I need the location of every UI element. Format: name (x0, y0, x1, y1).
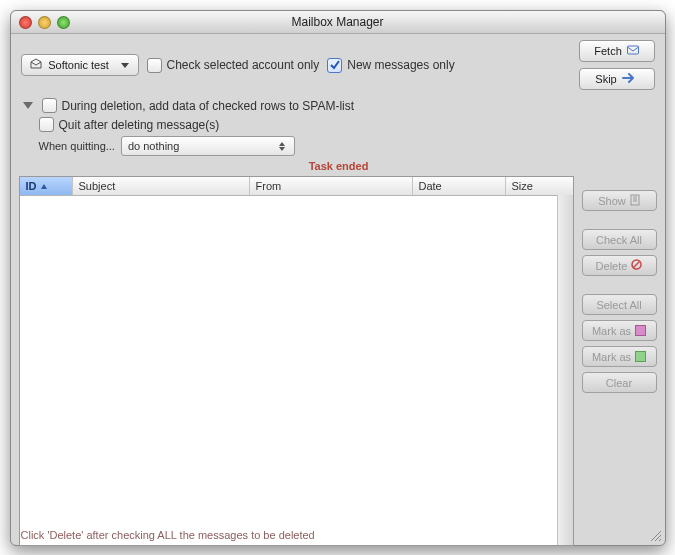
column-label: ID (26, 180, 37, 192)
message-table[interactable]: ID Subject From Date Size (19, 176, 574, 546)
check-all-button[interactable]: Check All (582, 229, 657, 250)
checkbox-box (42, 98, 57, 113)
select-all-button[interactable]: Select All (582, 294, 657, 315)
button-label: Mark as (592, 325, 631, 337)
arrow-right-icon (622, 73, 638, 85)
delete-button[interactable]: Delete (582, 255, 657, 276)
column-label: Subject (79, 180, 116, 192)
body: ID Subject From Date Size Sh (11, 176, 665, 555)
checkbox-label: New messages only (347, 58, 454, 72)
mailbox-icon (30, 58, 42, 72)
svg-rect-0 (627, 46, 638, 54)
select-value: do nothing (128, 140, 179, 152)
button-label: Delete (596, 260, 628, 272)
column-header-id[interactable]: ID (20, 177, 73, 195)
flag-green-icon (635, 351, 646, 362)
skip-button[interactable]: Skip (579, 68, 655, 90)
column-label: Size (512, 180, 533, 192)
flag-pink-icon (635, 325, 646, 336)
check-selected-only-checkbox[interactable]: Check selected account only (147, 58, 320, 73)
button-label: Skip (595, 73, 616, 85)
button-label: Select All (596, 299, 641, 311)
new-messages-only-checkbox[interactable]: New messages only (327, 58, 454, 73)
options-row-2: Quit after deleting message(s) (39, 117, 655, 132)
action-sidebar: Show Check All Delete Select All Mark as (582, 176, 657, 546)
button-label: Fetch (594, 45, 622, 57)
resize-handle-icon[interactable] (648, 528, 662, 542)
envelope-icon (627, 44, 639, 58)
button-label: Clear (606, 377, 632, 389)
fetch-button[interactable]: Fetch (579, 40, 655, 62)
account-select[interactable]: Softonic test (21, 54, 139, 76)
disclosure-triangle-icon[interactable] (23, 102, 33, 109)
checkbox-box (39, 117, 54, 132)
vertical-scrollbar[interactable] (557, 195, 573, 545)
svg-line-6 (633, 261, 640, 268)
sort-asc-icon (41, 184, 47, 189)
clear-button[interactable]: Clear (582, 372, 657, 393)
checkbox-label: During deletion, add data of checked row… (62, 99, 355, 113)
when-quitting-label: When quitting... (39, 140, 115, 152)
checkbox-label: Quit after deleting message(s) (59, 118, 220, 132)
button-label: Show (598, 195, 626, 207)
window-title: Mailbox Manager (11, 15, 665, 29)
document-icon (630, 194, 640, 208)
toolbar: Softonic test Check selected account onl… (11, 34, 665, 96)
table-header: ID Subject From Date Size (20, 177, 573, 196)
options-panel: During deletion, add data of checked row… (11, 98, 665, 176)
toolbar-right: Fetch Skip (579, 40, 655, 90)
column-header-size[interactable]: Size (506, 177, 573, 195)
show-button[interactable]: Show (582, 190, 657, 211)
when-quitting-select[interactable]: do nothing (121, 136, 295, 156)
quit-after-delete-checkbox[interactable]: Quit after deleting message(s) (39, 117, 220, 132)
svg-line-9 (659, 539, 661, 541)
checkbox-box (147, 58, 162, 73)
footer-hint: Click 'Delete' after checking ALL the me… (21, 529, 315, 541)
status-text: Task ended (23, 160, 655, 172)
button-label: Check All (596, 234, 642, 246)
checkbox-box (327, 58, 342, 73)
checkbox-label: Check selected account only (167, 58, 320, 72)
window: Mailbox Manager Softonic test Check sele… (10, 10, 666, 546)
options-row-1: During deletion, add data of checked row… (23, 98, 655, 113)
column-header-date[interactable]: Date (413, 177, 506, 195)
mark-as-ok-button[interactable]: Mark as (582, 346, 657, 367)
column-label: From (256, 180, 282, 192)
spam-list-checkbox[interactable]: During deletion, add data of checked row… (42, 98, 355, 113)
column-header-from[interactable]: From (250, 177, 413, 195)
titlebar: Mailbox Manager (11, 11, 665, 34)
column-header-subject[interactable]: Subject (73, 177, 250, 195)
options-row-3: When quitting... do nothing (39, 136, 655, 156)
button-label: Mark as (592, 351, 631, 363)
column-label: Date (419, 180, 442, 192)
account-select-value: Softonic test (48, 59, 109, 71)
chevron-down-icon (121, 63, 129, 68)
no-entry-icon (631, 259, 642, 272)
mark-as-spam-button[interactable]: Mark as (582, 320, 657, 341)
updown-arrows-icon (276, 139, 288, 153)
